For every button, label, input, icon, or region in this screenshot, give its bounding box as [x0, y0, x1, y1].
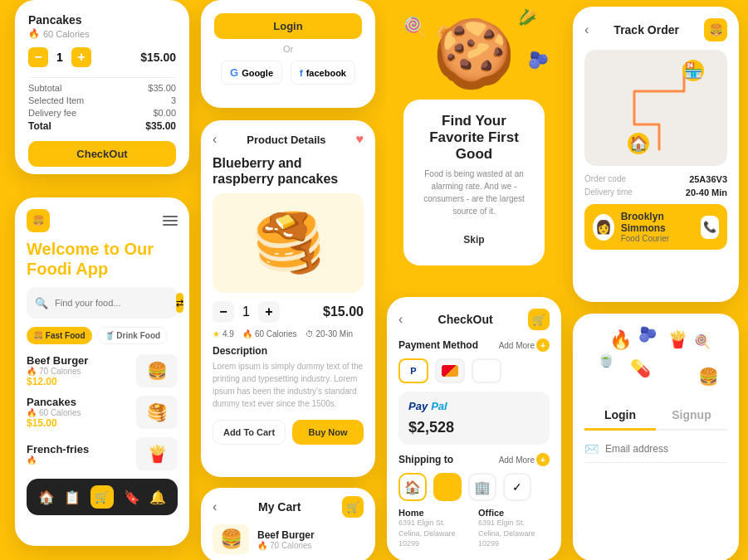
route-svg — [584, 50, 727, 166]
nav-bell-icon[interactable]: 🔔 — [149, 489, 166, 505]
buy-now-button[interactable]: Buy Now — [292, 420, 364, 445]
add-to-cart-button[interactable]: Add To Cart — [213, 420, 286, 445]
qty-plus-btn[interactable]: + — [71, 47, 91, 67]
facebook-login-button[interactable]: f facebook — [291, 61, 355, 85]
search-icon: 🔍 — [35, 297, 48, 309]
search-bar: 🔍 ⇄ — [27, 287, 178, 319]
hamburger-menu[interactable] — [163, 216, 178, 226]
food-item-pancakes[interactable]: Pancakes 🔥60 Calories $15.00 🥞 — [27, 396, 178, 429]
onboarding-panel: Find Your Favorite First Good Food is be… — [403, 100, 545, 265]
food-item-price: $15.00 — [27, 417, 136, 429]
qty-number: 1 — [56, 51, 63, 64]
onboarding-title: Find Your Favorite First Good — [417, 113, 531, 163]
courier-avatar: 👩 — [593, 214, 614, 241]
food-item-info: Beef Burger 🔥70 Calories $12.00 — [27, 354, 136, 387]
cart-food-image: 🍔 — [213, 524, 249, 554]
food-item-cal: 🔥70 Calories — [27, 367, 136, 376]
search-input[interactable] — [55, 298, 169, 308]
login-tab[interactable]: Login — [584, 408, 656, 431]
track-avatar: 🍔 — [704, 18, 727, 41]
nav-home-icon[interactable]: 🏠 — [38, 489, 55, 505]
add-more-shipping[interactable]: Add More + — [499, 453, 550, 466]
email-icon: ✉️ — [584, 442, 599, 455]
food-item-cal: 🔥 — [27, 455, 136, 465]
track-title: Track Order — [614, 23, 679, 37]
food-item-name: French-fries — [27, 443, 136, 455]
back-button[interactable]: ‹ — [213, 132, 217, 147]
or-text: Or — [283, 44, 293, 54]
home-shipping[interactable]: 🏠 — [398, 473, 427, 501]
food-item-img: 🍔 — [136, 354, 178, 387]
checkout-cart-icon: 🛒 — [528, 309, 550, 330]
total-row: Total $35.00 — [28, 120, 176, 132]
calories-meta: 🔥 60 Calories — [242, 329, 297, 338]
filter-button[interactable]: ⇄ — [176, 293, 183, 313]
cart-food-name: Beef Burger — [257, 529, 315, 541]
rating-meta: ★ 4.9 — [213, 329, 234, 338]
food-item-beef-burger[interactable]: Beef Burger 🔥70 Calories $12.00 🍔 — [27, 354, 178, 387]
qty-minus-btn[interactable]: − — [28, 47, 48, 67]
skip-button[interactable]: Skip — [447, 227, 501, 252]
favorite-button[interactable]: ♥ — [356, 132, 364, 147]
cat-drink-food[interactable]: 🥤 Drink Food — [97, 327, 169, 344]
google-login-button[interactable]: G Google — [221, 61, 282, 85]
bottom-nav: 🏠 📋 🛒 🔖 🔔 — [27, 479, 178, 515]
courier-name: Brooklyn Simmons — [621, 211, 694, 234]
category-tabs: 🍔 Fast Food 🥤 Drink Food — [27, 327, 178, 344]
divider — [28, 77, 176, 78]
office-label: Office — [478, 508, 550, 518]
paypal-amount: $2,528 — [408, 419, 540, 436]
food-fries-icon: 🍟 — [667, 329, 688, 349]
product-qty-minus[interactable]: − — [213, 301, 234, 323]
food-list-card: 🍔 Welcome to Our Foodi App 🔍 ⇄ 🍔 Fast Fo… — [15, 197, 189, 546]
auth-card: 🔥 🫐 🍟 🍵 💊 🍔 🍭 Login Signup ✉️ — [573, 314, 739, 560]
shipping-details-row: Home 6391 Elgin St. Celina, Delaware 102… — [398, 508, 550, 549]
checkout-card: ‹ CheckOut 🛒 Payment Method Add More + P… — [387, 297, 561, 560]
my-cart-card: ‹ My Cart 🛒 🍔 Beef Burger 🔥 70 Calories — [201, 488, 375, 560]
home-details: Home 6391 Elgin St. Celina, Delaware 102… — [398, 508, 470, 549]
card-method[interactable] — [435, 358, 465, 383]
nav-bookmark-icon[interactable]: 🔖 — [124, 489, 140, 505]
call-button[interactable]: 📞 — [701, 216, 719, 239]
yellow-shipping[interactable] — [433, 473, 462, 501]
back-button[interactable]: ‹ — [398, 312, 403, 327]
food-item-fries[interactable]: French-fries 🔥 🍟 — [27, 437, 178, 470]
nav-menu-icon[interactable]: 📋 — [64, 489, 81, 505]
food-item-name: Beef Burger — [27, 354, 136, 367]
nav-cart-button[interactable]: 🛒 — [90, 485, 114, 509]
check-shipping[interactable]: ✓ — [503, 473, 531, 501]
email-input-row: ✉️ — [584, 442, 727, 463]
google-icon: G — [230, 66, 238, 79]
food-item-price: $12.00 — [27, 376, 136, 387]
food-item-img: 🍟 — [136, 437, 178, 470]
paypal-method[interactable]: P — [398, 358, 428, 383]
time-meta: ⏱ 20-30 Min — [306, 329, 353, 338]
food-drink-icon: 🫐 — [638, 325, 657, 343]
paypal-card: Pay Pal $2,528 — [398, 392, 550, 445]
home-label: Home — [398, 508, 470, 518]
food-item-img: 🥞 — [136, 396, 178, 429]
checkout-button[interactable]: CheckOut — [28, 141, 176, 167]
my-cart-title: My Cart — [258, 500, 301, 514]
back-button[interactable]: ‹ — [213, 499, 217, 514]
office-details: Office 6391 Elgin St. Celina, Delaware 1… — [478, 508, 550, 549]
email-input[interactable] — [605, 443, 730, 455]
paypal-p: Pay — [408, 400, 428, 412]
qty-row: − 1 + $15.00 — [28, 47, 176, 67]
cat-fast-food[interactable]: 🍔 Fast Food — [27, 327, 92, 344]
login-button[interactable]: Login — [214, 13, 362, 39]
product-qty-plus[interactable]: + — [258, 301, 280, 323]
home-address: 6391 Elgin St. Celina, Delaware 10299 — [398, 518, 470, 549]
add-more[interactable]: Add More + — [499, 338, 550, 352]
food-candy-icon: 🍭 — [694, 334, 711, 349]
back-button[interactable]: ‹ — [584, 22, 589, 37]
office-shipping[interactable]: 🏢 — [468, 473, 496, 501]
onboarding-cookie-emoji: 🍪 — [433, 15, 516, 93]
welcome-text: Welcome to Our Foodi App — [27, 239, 178, 279]
signup-tab[interactable]: Signup — [656, 408, 727, 429]
cart-icon: 🛒 — [342, 496, 364, 518]
cart-food-cal: 🔥 70 Calories — [257, 541, 315, 550]
apple-method[interactable] — [472, 358, 501, 383]
delivery-time-row: Delivery time 20-40 Min — [584, 187, 727, 197]
my-cart-header: ‹ My Cart 🛒 — [213, 496, 364, 518]
